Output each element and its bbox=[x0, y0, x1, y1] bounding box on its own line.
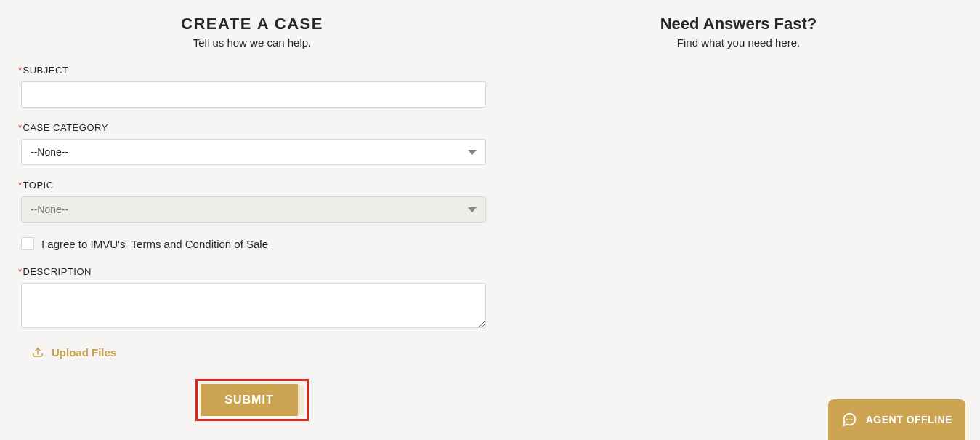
agree-terms-checkbox[interactable] bbox=[21, 237, 34, 250]
case-category-value: --None-- bbox=[31, 146, 68, 158]
create-case-title: CREATE A CASE bbox=[18, 15, 486, 33]
upload-files-label: Upload Files bbox=[52, 346, 116, 359]
case-category-label: *CASE CATEGORY bbox=[18, 122, 486, 133]
submit-highlight: SUBMIT bbox=[195, 379, 309, 421]
svg-point-2 bbox=[849, 419, 850, 420]
topic-value: --None-- bbox=[31, 204, 68, 215]
upload-icon bbox=[31, 345, 44, 359]
terms-link[interactable]: Terms and Condition of Sale bbox=[131, 238, 268, 250]
live-chat-widget[interactable]: AGENT OFFLINE bbox=[828, 399, 965, 440]
chevron-down-icon bbox=[468, 207, 477, 212]
topic-label: *TOPIC bbox=[18, 180, 486, 191]
chat-icon bbox=[841, 412, 857, 428]
svg-point-3 bbox=[851, 419, 852, 420]
description-label: *DESCRIPTION bbox=[18, 266, 486, 277]
topic-select[interactable]: --None-- bbox=[21, 196, 486, 223]
submit-button[interactable]: SUBMIT bbox=[201, 384, 298, 416]
submit-shadow bbox=[298, 385, 304, 415]
case-category-select[interactable]: --None-- bbox=[21, 139, 486, 165]
svg-point-1 bbox=[846, 419, 848, 420]
subject-label: *SUBJECT bbox=[18, 65, 486, 76]
subject-input[interactable] bbox=[21, 81, 486, 108]
faq-title: Need Answers Fast? bbox=[515, 15, 962, 33]
faq-subtitle: Find what you need here. bbox=[515, 36, 962, 49]
chevron-down-icon bbox=[468, 150, 477, 155]
upload-files-button[interactable]: Upload Files bbox=[31, 345, 486, 359]
chat-status-label: AGENT OFFLINE bbox=[866, 414, 952, 425]
description-textarea[interactable] bbox=[21, 283, 486, 328]
create-case-subtitle: Tell us how we can help. bbox=[18, 36, 486, 49]
agree-terms-text: I agree to IMVU's Terms and Condition of… bbox=[41, 238, 268, 250]
